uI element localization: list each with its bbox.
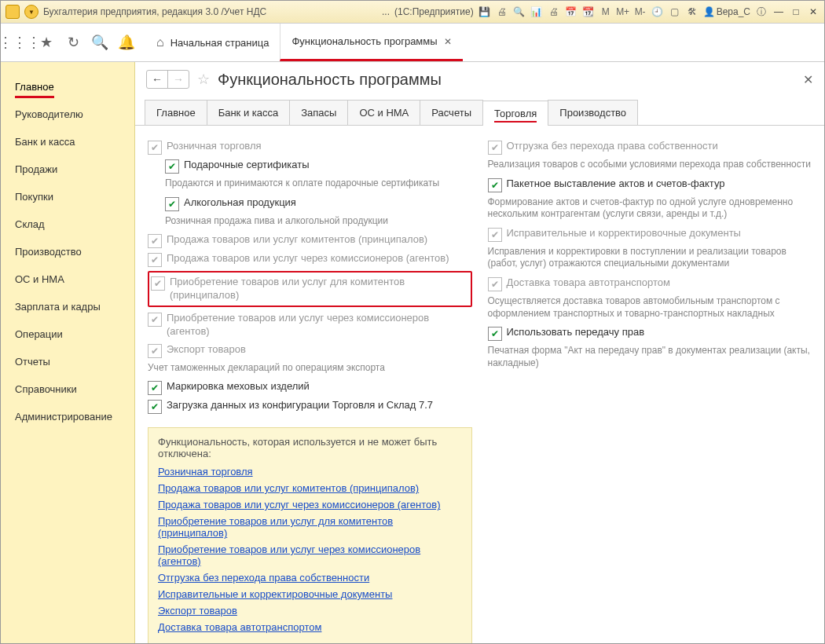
sidebar-item-sales[interactable]: Продажи (1, 156, 134, 183)
checkbox-icon[interactable] (488, 327, 502, 341)
sidebar-item-references[interactable]: Справочники (1, 375, 134, 403)
cb-purchase-commitent: Приобретение товаров или услуг для комит… (151, 276, 468, 302)
subtab-main[interactable]: Главное (145, 100, 207, 125)
infobox-link[interactable]: Приобретение товаров или услуг через ком… (158, 543, 462, 567)
desc-export: Учет таможенных деклараций по операциям … (148, 362, 472, 375)
checkbox-icon (488, 141, 502, 155)
desc-alcohol: Розничная продажа пива и алкогольной про… (165, 215, 472, 228)
cb-rights-transfer[interactable]: Использовать передачу прав (488, 326, 812, 340)
cb-import-ts77[interactable]: Загрузка данных из конфигурации Торговля… (148, 399, 472, 413)
checkbox-icon[interactable] (165, 197, 179, 211)
home-icon: ⌂ (156, 35, 164, 49)
nav-forward-button[interactable]: → (167, 71, 189, 88)
checkbox-icon (148, 141, 162, 155)
checkbox-icon (488, 277, 502, 291)
platform-label: (1С:Предприятие) (394, 6, 474, 17)
print2-icon[interactable]: 🖨 (548, 5, 560, 18)
subtab-production[interactable]: Производство (548, 100, 638, 125)
m-icon[interactable]: M (600, 5, 612, 18)
search-icon[interactable]: 🔍 (92, 35, 108, 50)
minimize-button[interactable]: — (772, 5, 785, 18)
favorite-icon[interactable]: ★ (38, 35, 54, 50)
infobox-link[interactable]: Исправительные и корректировочные докуме… (158, 588, 462, 600)
app-logo-icon (6, 5, 20, 19)
infobox-link[interactable]: Экспорт товаров (158, 605, 462, 617)
preview-icon[interactable]: 🔍 (513, 5, 526, 18)
tool-icon[interactable]: 🛠 (686, 5, 698, 18)
sidebar-item-manager[interactable]: Руководителю (1, 101, 134, 128)
sidebar-item-operations[interactable]: Операции (1, 320, 134, 348)
nav-back-button[interactable]: ← (147, 71, 167, 88)
sidebar-item-production[interactable]: Производство (1, 238, 134, 265)
tab-close-icon[interactable]: ✕ (444, 36, 452, 47)
infobox-link[interactable]: Продажа товаров или услуг через комиссио… (158, 499, 462, 510)
window-title: Бухгалтерия предприятия, редакция 3.0 /У… (43, 6, 266, 17)
sidebar-item-main[interactable]: Главное (1, 73, 134, 101)
cb-alcohol[interactable]: Алкогольная продукция (165, 196, 472, 210)
desc-shipment: Реализация товаров с особыми условиями п… (488, 159, 812, 171)
checkbox-icon (488, 228, 502, 242)
page-title: Функциональность программы (218, 71, 442, 89)
cb-corrective-docs: Исправительные и корректировочные докуме… (488, 227, 812, 241)
tab-functionality[interactable]: Функциональность программы ✕ (280, 24, 462, 61)
infobox-header: Функциональность, которая используется и… (158, 436, 462, 459)
calendar2-icon[interactable]: 📆 (582, 5, 595, 18)
history-icon[interactable]: ↻ (65, 35, 81, 50)
dropdown-icon[interactable]: ▼ (24, 5, 38, 19)
maximize-button[interactable]: □ (790, 5, 802, 18)
title-truncated: ... (382, 6, 390, 17)
tab-functionality-label: Функциональность программы (292, 35, 437, 47)
page-close-button[interactable]: ✕ (803, 72, 813, 87)
clock-icon[interactable]: 🕘 (651, 5, 664, 18)
calc-icon[interactable]: 📊 (530, 5, 543, 18)
cb-retail: Розничная торговля (148, 140, 472, 154)
subtab-bank[interactable]: Банк и касса (207, 100, 291, 125)
subtab-inventory[interactable]: Запасы (289, 100, 348, 125)
sidebar-item-payroll[interactable]: Зарплата и кадры (1, 293, 134, 320)
sidebar-item-reports[interactable]: Отчеты (1, 348, 134, 375)
cb-export: Экспорт товаров (148, 343, 472, 357)
panel-icon[interactable]: ▢ (669, 5, 681, 18)
user-label[interactable]: 👤 Вера_С (703, 6, 750, 17)
titlebar-right: ... (1С:Предприятие) 💾 🖨 🔍 📊 🖨 📅 📆 M M+ … (382, 5, 820, 18)
sidebar-item-warehouse[interactable]: Склад (1, 210, 134, 238)
cb-fur-marking[interactable]: Маркировка меховых изделий (148, 380, 472, 394)
checkbox-icon[interactable] (488, 178, 502, 192)
cb-sales-agent: Продажа товаров или услуг через комиссио… (148, 252, 472, 266)
infobox-link[interactable]: Приобретение товаров или услуг для комит… (158, 515, 462, 539)
info-icon[interactable]: ⓘ (755, 5, 768, 18)
bell-icon[interactable]: 🔔 (119, 35, 134, 50)
mplus-icon[interactable]: M+ (617, 5, 629, 18)
checkbox-icon (151, 276, 165, 291)
cb-gift-certs[interactable]: Подарочные сертификаты (165, 159, 472, 173)
titlebar: ▼ Бухгалтерия предприятия, редакция 3.0 … (1, 1, 824, 24)
sidebar-item-admin[interactable]: Администрирование (1, 403, 134, 430)
checkbox-icon[interactable] (165, 159, 179, 174)
checkbox-icon[interactable] (148, 400, 162, 414)
cb-batch-acts[interactable]: Пакетное выставление актов и счетов-факт… (488, 177, 812, 192)
calendar-icon[interactable]: 📅 (565, 5, 578, 18)
sidebar-item-bank[interactable]: Банк и касса (1, 128, 134, 156)
close-button[interactable]: ✕ (807, 5, 820, 18)
save-icon[interactable]: 💾 (478, 5, 491, 18)
print-icon[interactable]: 🖨 (496, 5, 508, 18)
checkbox-icon[interactable] (148, 381, 162, 395)
tab-home[interactable]: ⌂ Начальная страница (145, 24, 280, 61)
mminus-icon[interactable]: M- (634, 5, 647, 18)
infobox-link[interactable]: Отгрузка без перехода права собственност… (158, 572, 462, 584)
infobox-link[interactable]: Продажа товаров или услуг комитентов (пр… (158, 482, 462, 494)
infobox-link[interactable]: Розничная торговля (158, 466, 462, 478)
favorite-toggle-icon[interactable]: ☆ (197, 71, 210, 88)
subtab-calc[interactable]: Расчеты (420, 100, 483, 125)
desc-rights-transfer: Печатная форма "Акт на передачу прав" в … (488, 345, 812, 369)
tab-home-label: Начальная страница (170, 37, 270, 49)
desc-corrective: Исправления и корректировки в поступлени… (488, 246, 812, 270)
sidebar-item-os-nma[interactable]: ОС и НМА (1, 265, 134, 293)
subtab-trade[interactable]: Торговля (482, 101, 548, 126)
topbar: ⋮⋮⋮ ★ ↻ 🔍 🔔 ⌂ Начальная страница Функцио… (1, 24, 824, 62)
infobox-link[interactable]: Доставка товара автотранспортом (158, 621, 462, 633)
apps-icon[interactable]: ⋮⋮⋮ (12, 35, 28, 50)
subtab-os-nma[interactable]: ОС и НМА (347, 100, 420, 125)
cb-sales-commitent: Продажа товаров или услуг комитентов (пр… (148, 233, 472, 247)
sidebar-item-purchases[interactable]: Покупки (1, 183, 134, 210)
